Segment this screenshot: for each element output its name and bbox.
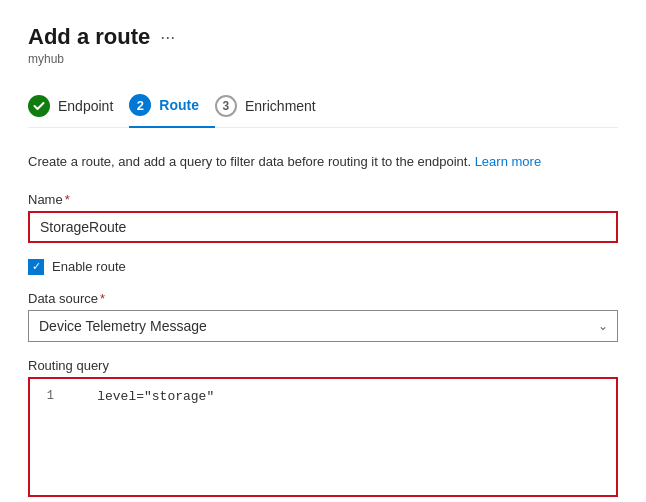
step-endpoint[interactable]: Endpoint	[28, 85, 129, 127]
step-route-circle: 2	[129, 94, 151, 116]
page-title: Add a route ···	[28, 24, 618, 50]
name-input[interactable]	[28, 211, 618, 243]
step-endpoint-circle	[28, 95, 50, 117]
line-number-1: 1	[42, 387, 54, 406]
routing-query-editor[interactable]: 1 level="storage"	[28, 377, 618, 497]
routing-query-label: Routing query	[28, 358, 618, 373]
page-title-text: Add a route	[28, 24, 150, 50]
page-subtitle: myhub	[28, 52, 618, 66]
description-body: Create a route, and add a query to filte…	[28, 154, 471, 169]
routing-query-field-group: Routing query 1 level="storage"	[28, 358, 618, 497]
code-content[interactable]: level="storage"	[66, 387, 214, 408]
steps-nav: Endpoint 2 Route 3 Enrichment	[28, 84, 618, 128]
data-source-label: Data source*	[28, 291, 618, 306]
name-field-group: Name*	[28, 192, 618, 243]
learn-more-link[interactable]: Learn more	[475, 154, 541, 169]
ellipsis-menu[interactable]: ···	[160, 27, 175, 48]
name-label: Name*	[28, 192, 618, 207]
step-route-label: Route	[159, 97, 199, 113]
step-route[interactable]: 2 Route	[129, 84, 215, 128]
enable-route-row[interactable]: ✓ Enable route	[28, 259, 618, 275]
checkbox-checkmark: ✓	[32, 261, 41, 272]
enable-route-label: Enable route	[52, 259, 126, 274]
checkmark-icon	[33, 100, 45, 112]
step-enrichment[interactable]: 3 Enrichment	[215, 85, 332, 127]
data-source-select[interactable]: Device Telemetry Message Device Twin Cha…	[28, 310, 618, 342]
enable-route-checkbox[interactable]: ✓	[28, 259, 44, 275]
data-source-field-group: Data source* Device Telemetry Message De…	[28, 291, 618, 342]
description-text: Create a route, and add a query to filte…	[28, 152, 618, 172]
step-endpoint-label: Endpoint	[58, 98, 113, 114]
code-editor-inner: 1 level="storage"	[30, 379, 616, 416]
step-enrichment-circle: 3	[215, 95, 237, 117]
step-enrichment-label: Enrichment	[245, 98, 316, 114]
data-source-wrapper: Device Telemetry Message Device Twin Cha…	[28, 310, 618, 342]
line-numbers: 1	[30, 387, 66, 408]
